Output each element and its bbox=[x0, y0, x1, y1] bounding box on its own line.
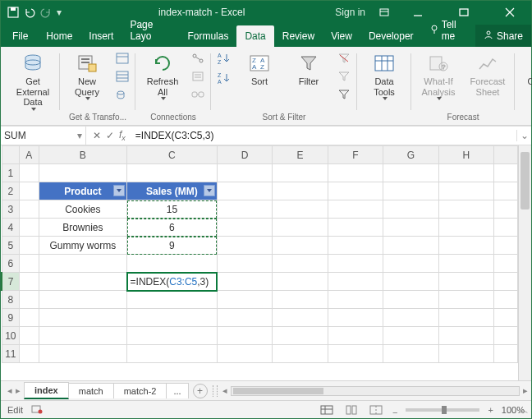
tab-insert[interactable]: Insert bbox=[80, 25, 122, 47]
row-header[interactable]: 2 bbox=[2, 182, 20, 200]
cell[interactable] bbox=[383, 255, 439, 273]
cell[interactable] bbox=[438, 291, 493, 309]
cell[interactable] bbox=[383, 219, 439, 237]
cell[interactable] bbox=[217, 200, 272, 219]
cell[interactable] bbox=[127, 309, 218, 327]
row-header[interactable]: 5 bbox=[2, 237, 20, 255]
cell[interactable] bbox=[494, 237, 518, 255]
hscroll-right-icon[interactable]: ▸ bbox=[523, 385, 528, 396]
cell[interactable] bbox=[328, 200, 383, 219]
cell[interactable] bbox=[494, 219, 518, 237]
cell[interactable] bbox=[494, 200, 518, 219]
sheet-tab-more[interactable]: ... bbox=[166, 383, 188, 398]
cell[interactable] bbox=[494, 309, 518, 327]
tab-view[interactable]: View bbox=[323, 25, 360, 47]
cell[interactable] bbox=[383, 345, 439, 363]
new-sheet-button[interactable]: + bbox=[193, 384, 208, 398]
formula-bar-input[interactable]: =INDEX(C3:C5,3) bbox=[132, 130, 516, 141]
close-button[interactable] bbox=[492, 1, 528, 24]
cell[interactable] bbox=[20, 182, 39, 200]
cell[interactable] bbox=[438, 200, 493, 219]
tab-developer[interactable]: Developer bbox=[360, 25, 422, 47]
cell[interactable]: Cookies bbox=[39, 200, 127, 219]
cell[interactable] bbox=[328, 255, 383, 273]
row-header[interactable]: 6 bbox=[2, 255, 20, 273]
zoom-slider[interactable] bbox=[406, 408, 479, 412]
select-all-corner[interactable] bbox=[2, 146, 20, 164]
active-edit-cell[interactable]: =INDEX(C3:C5,3) bbox=[127, 273, 218, 291]
scrollbar-thumb[interactable] bbox=[521, 152, 530, 210]
clear-filter-icon[interactable] bbox=[336, 50, 352, 67]
cell[interactable] bbox=[438, 327, 493, 345]
normal-view-icon[interactable] bbox=[319, 403, 335, 417]
cell[interactable] bbox=[20, 291, 39, 309]
tab-formulas[interactable]: Formulas bbox=[179, 25, 236, 47]
cell[interactable] bbox=[383, 327, 439, 345]
cell[interactable] bbox=[494, 345, 518, 363]
col-header[interactable] bbox=[494, 146, 518, 164]
cell[interactable] bbox=[39, 327, 127, 345]
cell[interactable] bbox=[273, 182, 328, 200]
hscroll-left-icon[interactable]: ◂ bbox=[222, 385, 227, 396]
cell[interactable] bbox=[383, 237, 439, 255]
cell[interactable]: Gummy worms bbox=[39, 237, 127, 255]
cell[interactable] bbox=[273, 291, 328, 309]
row-header[interactable]: 11 bbox=[2, 345, 20, 363]
cell[interactable] bbox=[328, 309, 383, 327]
edit-links-icon[interactable] bbox=[190, 86, 206, 103]
hscroll-thumb[interactable] bbox=[233, 388, 323, 394]
cell[interactable] bbox=[39, 273, 127, 291]
cell[interactable] bbox=[39, 255, 127, 273]
cell[interactable] bbox=[494, 182, 518, 200]
reapply-icon[interactable] bbox=[336, 68, 352, 85]
tab-data[interactable]: Data bbox=[236, 25, 273, 47]
sheet-tab-index[interactable]: index bbox=[24, 382, 69, 399]
data-tools-button[interactable]: Data Tools bbox=[362, 50, 406, 100]
cell[interactable] bbox=[217, 255, 272, 273]
row-header[interactable]: 9 bbox=[2, 309, 20, 327]
save-icon[interactable] bbox=[7, 7, 19, 18]
collapse-ribbon-icon[interactable]: ︿ bbox=[519, 403, 529, 417]
cell[interactable] bbox=[438, 164, 493, 182]
tab-page-layout[interactable]: Page Layo bbox=[122, 14, 179, 47]
filter-button[interactable]: Filter bbox=[287, 50, 331, 87]
col-header[interactable]: C bbox=[127, 146, 218, 164]
cell[interactable] bbox=[217, 219, 272, 237]
cell[interactable] bbox=[217, 164, 272, 182]
cell[interactable] bbox=[273, 345, 328, 363]
new-query-button[interactable]: New Query bbox=[65, 50, 109, 100]
table-header-sales[interactable]: Sales (MM) bbox=[127, 182, 218, 200]
cell[interactable] bbox=[438, 345, 493, 363]
cell[interactable] bbox=[383, 200, 439, 219]
cell[interactable] bbox=[273, 327, 328, 345]
cell[interactable] bbox=[273, 164, 328, 182]
cell[interactable] bbox=[494, 164, 518, 182]
cell[interactable] bbox=[217, 273, 272, 291]
zoom-out-icon[interactable]: − bbox=[392, 403, 397, 417]
undo-icon[interactable] bbox=[24, 7, 35, 18]
grid-scroll[interactable]: A B C D E F G H 1 2 Product Sales (MM) 3… bbox=[1, 145, 518, 380]
cell[interactable] bbox=[20, 219, 39, 237]
cell[interactable] bbox=[383, 273, 439, 291]
col-header[interactable]: D bbox=[217, 146, 272, 164]
cell[interactable] bbox=[438, 273, 493, 291]
cell[interactable] bbox=[328, 219, 383, 237]
cell[interactable] bbox=[273, 219, 328, 237]
tab-scroll-split[interactable] bbox=[213, 385, 218, 397]
filter-dropdown-icon[interactable] bbox=[113, 185, 125, 196]
cell[interactable] bbox=[328, 291, 383, 309]
row-header[interactable]: 7 bbox=[2, 273, 20, 291]
cell[interactable] bbox=[494, 255, 518, 273]
col-header[interactable]: B bbox=[39, 146, 127, 164]
col-header[interactable]: H bbox=[438, 146, 493, 164]
horizontal-scrollbar[interactable] bbox=[231, 386, 520, 396]
zoom-in-icon[interactable]: + bbox=[488, 405, 493, 415]
cell[interactable] bbox=[20, 200, 39, 219]
cell[interactable] bbox=[328, 345, 383, 363]
show-queries-icon[interactable] bbox=[114, 50, 131, 67]
page-layout-view-icon[interactable] bbox=[343, 403, 360, 417]
col-header[interactable]: A bbox=[20, 146, 39, 164]
cell[interactable] bbox=[438, 309, 493, 327]
vertical-scrollbar[interactable] bbox=[518, 145, 531, 380]
cell[interactable] bbox=[438, 219, 493, 237]
